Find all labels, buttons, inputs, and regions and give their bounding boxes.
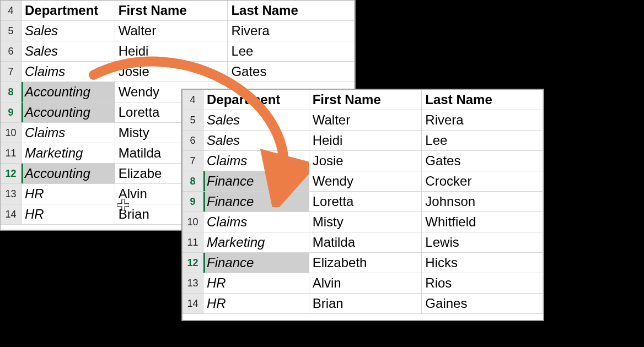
row-number[interactable]: 14	[183, 294, 203, 313]
col-header-department[interactable]: Department	[203, 90, 309, 110]
row-number[interactable]: 4	[1, 1, 22, 20]
cell-lastname[interactable]: Rios	[422, 273, 543, 293]
row-number[interactable]: 8	[183, 171, 203, 191]
cell-lastname[interactable]: Johnson	[422, 192, 543, 212]
cell-firstname[interactable]: Elizabeth	[309, 253, 422, 273]
col-header-firstname[interactable]: First Name	[309, 90, 422, 110]
cell-lastname[interactable]: Lee	[422, 131, 543, 150]
table-row[interactable]: 4 Department First Name Last Name	[183, 90, 543, 110]
cell-firstname[interactable]: Misty	[309, 212, 422, 232]
cell-firstname[interactable]: Heidi	[309, 131, 422, 150]
table-row[interactable]: 10 Claims Misty Whitfield	[183, 212, 543, 232]
row-number[interactable]: 7	[1, 62, 22, 82]
spreadsheet-after: 4 Department First Name Last Name 5 Sale…	[182, 89, 544, 321]
table-row[interactable]: 12 Finance Elizabeth Hicks	[183, 253, 543, 273]
cell-department[interactable]: HR	[203, 273, 309, 293]
table-row[interactable]: 11 Marketing Matilda Lewis	[183, 232, 543, 253]
row-number[interactable]: 9	[1, 102, 22, 122]
cell-department[interactable]: Claims	[203, 151, 309, 171]
cell-firstname[interactable]: Alvin	[309, 273, 422, 293]
table-row[interactable]: 14 HR Brian Gaines	[183, 294, 543, 314]
row-number[interactable]: 9	[183, 192, 203, 212]
cell-lastname[interactable]: Whitfield	[422, 212, 543, 232]
cell-firstname[interactable]: Walter	[309, 110, 422, 130]
cell-department[interactable]: Accounting	[22, 102, 115, 122]
table-row[interactable]: 6 Sales Heidi Lee	[183, 131, 543, 151]
row-number[interactable]: 11	[183, 232, 203, 252]
row-number[interactable]: 10	[1, 123, 22, 143]
cell-lastname[interactable]: Gates	[422, 151, 543, 171]
cell-lastname[interactable]: Rivera	[228, 21, 355, 41]
table-row[interactable]: 5 Sales Walter Rivera	[183, 110, 543, 131]
cell-department[interactable]: Sales	[22, 41, 115, 61]
cell-firstname[interactable]: Josie	[309, 151, 422, 171]
cell-lastname[interactable]: Gates	[228, 62, 355, 82]
cell-lastname[interactable]: Lewis	[422, 232, 543, 252]
cell-department[interactable]: Claims	[22, 123, 115, 143]
table-row[interactable]: 9 Finance Loretta Johnson	[183, 192, 543, 212]
cell-department[interactable]: HR	[22, 184, 115, 204]
table-row[interactable]: 7 Claims Josie Gates	[183, 151, 543, 171]
row-number[interactable]: 6	[183, 131, 203, 150]
cell-department[interactable]: HR	[203, 294, 309, 313]
cell-department[interactable]: HR	[22, 204, 115, 224]
cell-department[interactable]: Finance	[203, 253, 309, 273]
row-number[interactable]: 12	[1, 164, 22, 183]
cell-firstname[interactable]: Heidi	[115, 41, 228, 61]
table-row[interactable]: 13 HR Alvin Rios	[183, 273, 543, 294]
row-number[interactable]: 10	[183, 212, 203, 232]
table-row[interactable]: 8 Finance Wendy Crocker	[183, 171, 543, 192]
row-number[interactable]: 4	[183, 90, 203, 110]
table-row[interactable]: 5 Sales Walter Rivera	[1, 21, 355, 41]
cell-department[interactable]: Accounting	[22, 82, 115, 102]
cell-department[interactable]: Claims	[22, 62, 115, 82]
row-number[interactable]: 12	[183, 253, 203, 273]
col-header-department[interactable]: Department	[22, 1, 115, 20]
cell-lastname[interactable]: Lee	[228, 41, 355, 61]
cell-department[interactable]: Marketing	[203, 232, 309, 252]
table-row[interactable]: 6 Sales Heidi Lee	[1, 41, 355, 62]
row-number[interactable]: 13	[183, 273, 203, 293]
cell-department[interactable]: Accounting	[22, 164, 115, 183]
cell-lastname[interactable]: Rivera	[422, 110, 543, 130]
row-number[interactable]: 5	[183, 110, 203, 130]
table-row[interactable]: 7 Claims Josie Gates	[1, 62, 355, 82]
row-number[interactable]: 8	[1, 82, 22, 102]
cell-firstname[interactable]: Loretta	[309, 192, 422, 212]
cell-firstname[interactable]: Walter	[115, 21, 228, 41]
row-number[interactable]: 5	[1, 21, 22, 41]
cell-firstname[interactable]: Brian	[309, 294, 422, 313]
table-row[interactable]: 4 Department First Name Last Name	[1, 1, 355, 21]
row-number[interactable]: 13	[1, 184, 22, 204]
col-header-firstname[interactable]: First Name	[115, 1, 228, 20]
cell-department[interactable]: Sales	[203, 110, 309, 130]
row-number[interactable]: 11	[1, 143, 22, 163]
row-number[interactable]: 7	[183, 151, 203, 171]
cell-department[interactable]: Finance	[203, 192, 309, 212]
cell-lastname[interactable]: Hicks	[422, 253, 543, 273]
cell-department[interactable]: Sales	[22, 21, 115, 41]
cell-department[interactable]: Claims	[203, 212, 309, 232]
col-header-lastname[interactable]: Last Name	[422, 90, 543, 110]
cell-lastname[interactable]: Crocker	[422, 171, 543, 191]
cell-department[interactable]: Marketing	[22, 143, 115, 163]
row-number[interactable]: 14	[1, 204, 22, 224]
row-number[interactable]: 6	[1, 41, 22, 61]
cell-department[interactable]: Sales	[203, 131, 309, 150]
cell-firstname[interactable]: Josie	[115, 62, 228, 82]
cell-lastname[interactable]: Gaines	[422, 294, 543, 313]
cell-firstname[interactable]: Matilda	[309, 232, 422, 252]
cell-department[interactable]: Finance	[203, 171, 309, 191]
col-header-lastname[interactable]: Last Name	[228, 1, 355, 20]
cell-firstname[interactable]: Wendy	[309, 171, 422, 191]
